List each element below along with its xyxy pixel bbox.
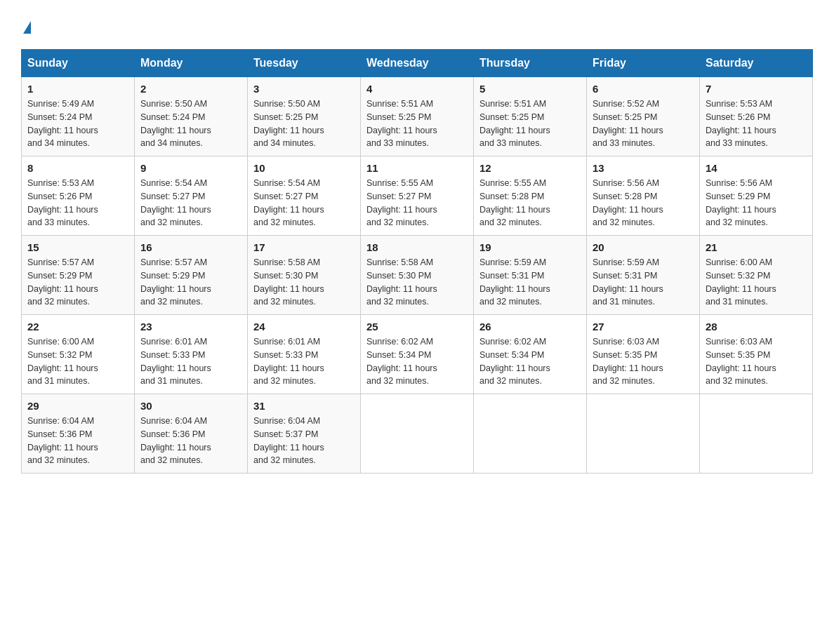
day-cell: 1Sunrise: 5:49 AMSunset: 5:24 PMDaylight… (22, 77, 135, 156)
day-info: Sunrise: 6:04 AMSunset: 5:36 PMDaylight:… (27, 415, 128, 467)
day-number: 15 (27, 241, 128, 253)
week-row-3: 15Sunrise: 5:57 AMSunset: 5:29 PMDayligh… (22, 236, 813, 315)
calendar-header: SundayMondayTuesdayWednesdayThursdayFrid… (22, 50, 813, 77)
day-number: 31 (253, 400, 355, 412)
header-cell-tuesday: Tuesday (248, 50, 361, 77)
day-cell: 29Sunrise: 6:04 AMSunset: 5:36 PMDayligh… (22, 394, 135, 474)
day-cell (474, 394, 587, 474)
day-cell: 8Sunrise: 5:53 AMSunset: 5:26 PMDaylight… (22, 156, 135, 236)
day-info: Sunrise: 5:53 AMSunset: 5:26 PMDaylight:… (27, 177, 128, 229)
day-cell: 14Sunrise: 5:56 AMSunset: 5:29 PMDayligh… (700, 156, 813, 236)
day-cell: 12Sunrise: 5:55 AMSunset: 5:28 PMDayligh… (474, 156, 587, 236)
day-cell: 13Sunrise: 5:56 AMSunset: 5:28 PMDayligh… (587, 156, 700, 236)
day-number: 7 (706, 83, 807, 95)
day-number: 13 (593, 162, 694, 174)
day-cell: 17Sunrise: 5:58 AMSunset: 5:30 PMDayligh… (248, 236, 361, 315)
day-info: Sunrise: 5:59 AMSunset: 5:31 PMDaylight:… (479, 256, 581, 309)
day-cell: 27Sunrise: 6:03 AMSunset: 5:35 PMDayligh… (587, 315, 700, 394)
day-number: 27 (593, 321, 694, 333)
day-info: Sunrise: 6:02 AMSunset: 5:34 PMDaylight:… (366, 335, 468, 388)
day-info: Sunrise: 5:54 AMSunset: 5:27 PMDaylight:… (253, 177, 355, 229)
header-cell-monday: Monday (135, 50, 248, 77)
day-cell: 24Sunrise: 6:01 AMSunset: 5:33 PMDayligh… (248, 315, 361, 394)
day-number: 10 (253, 162, 355, 174)
day-number: 5 (479, 83, 581, 95)
header-row: SundayMondayTuesdayWednesdayThursdayFrid… (22, 50, 813, 77)
day-number: 12 (479, 162, 581, 174)
calendar-body: 1Sunrise: 5:49 AMSunset: 5:24 PMDaylight… (22, 77, 813, 474)
day-cell: 5Sunrise: 5:51 AMSunset: 5:25 PMDaylight… (474, 77, 587, 156)
day-number: 24 (253, 321, 355, 333)
week-row-4: 22Sunrise: 6:00 AMSunset: 5:32 PMDayligh… (22, 315, 813, 394)
day-cell: 22Sunrise: 6:00 AMSunset: 5:32 PMDayligh… (22, 315, 135, 394)
day-cell: 19Sunrise: 5:59 AMSunset: 5:31 PMDayligh… (474, 236, 587, 315)
day-cell: 18Sunrise: 5:58 AMSunset: 5:30 PMDayligh… (361, 236, 474, 315)
day-cell: 16Sunrise: 5:57 AMSunset: 5:29 PMDayligh… (135, 236, 248, 315)
day-info: Sunrise: 5:57 AMSunset: 5:29 PMDaylight:… (27, 256, 128, 309)
day-cell (361, 394, 474, 474)
day-cell: 2Sunrise: 5:50 AMSunset: 5:24 PMDaylight… (135, 77, 248, 156)
day-number: 2 (140, 83, 241, 95)
day-cell: 31Sunrise: 6:04 AMSunset: 5:37 PMDayligh… (248, 394, 361, 474)
day-cell: 15Sunrise: 5:57 AMSunset: 5:29 PMDayligh… (22, 236, 135, 315)
day-number: 23 (140, 321, 241, 333)
day-info: Sunrise: 5:49 AMSunset: 5:24 PMDaylight:… (27, 98, 128, 150)
day-number: 17 (253, 241, 355, 253)
day-info: Sunrise: 5:50 AMSunset: 5:25 PMDaylight:… (253, 98, 355, 150)
header-cell-wednesday: Wednesday (361, 50, 474, 77)
day-number: 16 (140, 241, 241, 253)
day-cell: 20Sunrise: 5:59 AMSunset: 5:31 PMDayligh… (587, 236, 700, 315)
day-number: 9 (140, 162, 241, 174)
day-cell: 6Sunrise: 5:52 AMSunset: 5:25 PMDaylight… (587, 77, 700, 156)
day-cell: 30Sunrise: 6:04 AMSunset: 5:36 PMDayligh… (135, 394, 248, 474)
day-cell: 7Sunrise: 5:53 AMSunset: 5:26 PMDaylight… (700, 77, 813, 156)
day-number: 18 (366, 241, 468, 253)
calendar-table: SundayMondayTuesdayWednesdayThursdayFrid… (21, 49, 813, 474)
day-cell: 11Sunrise: 5:55 AMSunset: 5:27 PMDayligh… (361, 156, 474, 236)
day-number: 8 (27, 162, 128, 174)
day-cell: 9Sunrise: 5:54 AMSunset: 5:27 PMDaylight… (135, 156, 248, 236)
day-info: Sunrise: 6:04 AMSunset: 5:37 PMDaylight:… (253, 415, 355, 467)
header-cell-saturday: Saturday (700, 50, 813, 77)
day-info: Sunrise: 5:55 AMSunset: 5:27 PMDaylight:… (366, 177, 468, 229)
header-cell-thursday: Thursday (474, 50, 587, 77)
day-number: 28 (706, 321, 807, 333)
day-cell: 28Sunrise: 6:03 AMSunset: 5:35 PMDayligh… (700, 315, 813, 394)
day-info: Sunrise: 6:00 AMSunset: 5:32 PMDaylight:… (27, 335, 128, 388)
page-header (21, 21, 813, 35)
day-info: Sunrise: 5:58 AMSunset: 5:30 PMDaylight:… (253, 256, 355, 309)
day-cell: 25Sunrise: 6:02 AMSunset: 5:34 PMDayligh… (361, 315, 474, 394)
day-info: Sunrise: 6:01 AMSunset: 5:33 PMDaylight:… (140, 335, 241, 388)
day-number: 14 (706, 162, 807, 174)
logo-triangle-icon (23, 21, 31, 34)
day-cell: 10Sunrise: 5:54 AMSunset: 5:27 PMDayligh… (248, 156, 361, 236)
day-number: 3 (253, 83, 355, 95)
day-info: Sunrise: 5:53 AMSunset: 5:26 PMDaylight:… (706, 98, 807, 150)
day-info: Sunrise: 6:00 AMSunset: 5:32 PMDaylight:… (706, 256, 807, 309)
week-row-2: 8Sunrise: 5:53 AMSunset: 5:26 PMDaylight… (22, 156, 813, 236)
day-info: Sunrise: 5:51 AMSunset: 5:25 PMDaylight:… (479, 98, 581, 150)
day-number: 20 (593, 241, 694, 253)
day-number: 21 (706, 241, 807, 253)
day-cell: 23Sunrise: 6:01 AMSunset: 5:33 PMDayligh… (135, 315, 248, 394)
header-cell-friday: Friday (587, 50, 700, 77)
day-info: Sunrise: 5:56 AMSunset: 5:29 PMDaylight:… (706, 177, 807, 229)
day-info: Sunrise: 6:02 AMSunset: 5:34 PMDaylight:… (479, 335, 581, 388)
day-cell (700, 394, 813, 474)
day-info: Sunrise: 6:03 AMSunset: 5:35 PMDaylight:… (593, 335, 694, 388)
day-number: 11 (366, 162, 468, 174)
day-info: Sunrise: 5:50 AMSunset: 5:24 PMDaylight:… (140, 98, 241, 150)
day-info: Sunrise: 6:04 AMSunset: 5:36 PMDaylight:… (140, 415, 241, 467)
day-number: 4 (366, 83, 468, 95)
day-info: Sunrise: 5:59 AMSunset: 5:31 PMDaylight:… (593, 256, 694, 309)
day-cell: 4Sunrise: 5:51 AMSunset: 5:25 PMDaylight… (361, 77, 474, 156)
day-number: 6 (593, 83, 694, 95)
day-info: Sunrise: 5:55 AMSunset: 5:28 PMDaylight:… (479, 177, 581, 229)
day-number: 29 (27, 400, 128, 412)
day-number: 19 (479, 241, 581, 253)
day-info: Sunrise: 5:56 AMSunset: 5:28 PMDaylight:… (593, 177, 694, 229)
header-cell-sunday: Sunday (22, 50, 135, 77)
day-number: 26 (479, 321, 581, 333)
day-cell: 21Sunrise: 6:00 AMSunset: 5:32 PMDayligh… (700, 236, 813, 315)
day-info: Sunrise: 5:51 AMSunset: 5:25 PMDaylight:… (366, 98, 468, 150)
